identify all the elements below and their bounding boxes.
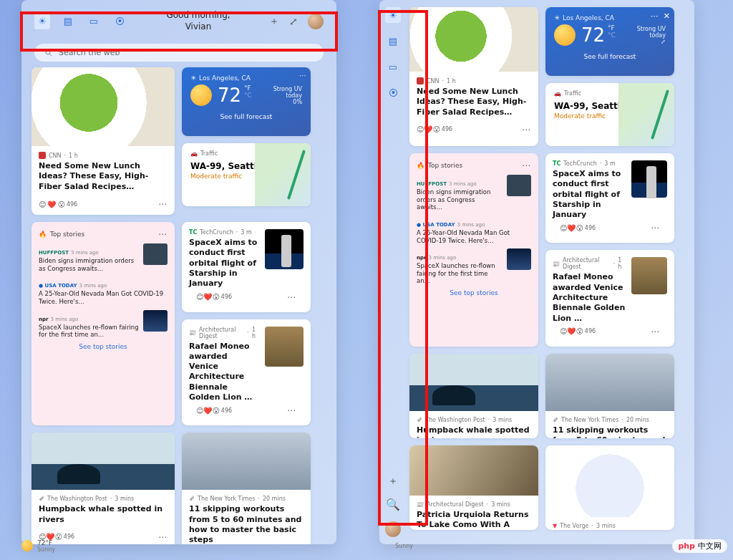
top-stories-widget[interactable]: 🔥 Top stories⋯ HUFFPOST3 mins agoBiden s… [31,222,175,425]
tab-weather-icon[interactable]: ☀ [385,7,401,23]
news-thumb [631,160,667,198]
news-source: TC TechCrunch · 3 m [553,160,626,167]
tab-video-icon[interactable]: ▭ [86,14,102,29]
reactions[interactable]: 😊❤️😮496 [196,293,232,301]
weather-more-icon[interactable]: ⋯ [299,72,306,79]
add-widget-button[interactable]: ＋ [269,15,279,28]
right-stack: ☀ Los Angeles, CA ⋯ 72 °F°C Strong UV to… [182,67,311,215]
expand-icon[interactable]: ⤢ [289,16,298,27]
reactions[interactable]: 😊❤️😮496 [560,327,596,335]
reactions[interactable]: 😊❤️😮496 [417,125,452,133]
card-more-icon[interactable]: ⋯ [522,160,531,170]
widgets-board-expanded: ☀ ▤ ▭ ⦿ Good morning, Vivian ＋ ⤢ Search … [21,0,336,544]
tab-todo-icon[interactable]: ▤ [60,14,76,29]
news-image [409,7,538,72]
weather-forecast-link[interactable]: See full forecast [190,113,302,120]
tab-map-icon[interactable]: ⦿ [385,85,401,100]
weather-widget[interactable]: ☀ Los Angeles, CA ⋯ ✕ 72 °F°C Strong UV … [545,7,674,76]
search-icon[interactable]: 🔍 [386,498,400,511]
news-title: 11 skipping workouts from 5 to 60 minute… [189,504,304,544]
news-card-moneo[interactable]: 📰 Architectural Digest · 1 h Rafael Mone… [182,319,311,426]
news-image [182,433,311,490]
news-card-workout[interactable]: 🗞 The New York Times · 20 mins 11 skippi… [545,354,674,438]
card-more-icon[interactable]: ⋯ [651,223,660,233]
news-card-spacex[interactable]: TC TechCrunch · 3 m SpaceX aims to condu… [182,222,311,312]
news-thumb [631,257,667,294]
news-thumb [265,229,304,269]
top-story-item[interactable]: ● USA TODAY3 mins agoA 25-Year-Old Nevad… [417,216,531,244]
card-more-icon[interactable]: ⋯ [287,405,296,415]
news-card-urquiola[interactable]: 📰 Architectural Digest · 3 mins Patricia… [409,445,538,530]
top-story-item[interactable]: npr3 mins agoSpaceX launches re-flown fa… [417,248,531,285]
weather-widget[interactable]: ☀ Los Angeles, CA ⋯ 72 °F°C Strong UV to… [182,67,311,136]
news-source: 🗞 The Washington Post · 3 mins [417,417,531,423]
top-story-item[interactable]: ● USA TODAY3 mins agoA 25-Year-Old Nevad… [39,276,168,305]
tab-todo-icon[interactable]: ▤ [385,33,401,49]
news-card-spacex[interactable]: TC TechCrunch · 3 m SpaceX aims to condu… [545,153,674,243]
traffic-widget[interactable]: 🚗 Traffic WA-99, Seattle Moderate traffi… [182,143,311,206]
see-top-stories-link[interactable]: See top stories [39,343,168,350]
news-card-whale[interactable]: 🗞 The Washington Post · 3 mins Humpback … [409,354,538,438]
news-card-lunch[interactable]: CNN · 1 h Need Some New Lunch Ideas? The… [31,67,175,215]
sun-icon [554,24,576,46]
header-tab-icons: ☀ ▤ ▭ ⦿ [34,14,127,29]
news-title: Humpback whale spotted in rivers [39,504,168,525]
card-more-icon[interactable]: ⋯ [158,199,168,209]
news-source: ▼ The Verge · 3 mins [553,523,667,529]
see-top-stories-link[interactable]: See top stories [417,289,531,296]
top-story-item[interactable]: npr3 mins agoSpaceX launches re-flown fa… [39,310,168,339]
reactions[interactable]: 😊❤️😮496 [39,201,77,208]
news-title: SpaceX aims to conduct first orbital fli… [553,169,626,220]
reactions[interactable]: 😊❤️😮496 [196,407,232,415]
top-story-item[interactable]: HUFFPOST3 mins agoBiden signs immigratio… [417,175,531,211]
weather-location: ☀ Los Angeles, CA [554,14,666,21]
widgets-feed: CNN · 1 h Need Some New Lunch Ideas? The… [407,0,694,544]
news-card-whale[interactable]: 🗞 The Washington Post · 3 mins Humpback … [31,433,175,544]
news-card-win11[interactable]: ▼ The Verge · 3 mins Microsoft will rele… [545,445,674,530]
reactions[interactable]: 😊❤️😮496 [560,224,596,232]
news-title: 11 skipping workouts from 5 to 60 minute… [553,425,667,438]
widgets-feed: CNN · 1 h Need Some New Lunch Ideas? The… [21,67,336,544]
card-more-icon[interactable]: ⋯ [287,292,296,302]
card-more-icon[interactable]: ⋯ [651,327,660,337]
weather-uv: Strong UV today⤢ [621,26,666,45]
search-input[interactable]: Search the web [34,44,324,62]
greeting: Good morning, Vivian [166,10,230,32]
user-avatar[interactable] [385,521,401,537]
tab-video-icon[interactable]: ▭ [385,59,401,74]
widgets-header: ☀ ▤ ▭ ⦿ Good morning, Vivian ＋ ⤢ [21,0,336,38]
weather-forecast-link[interactable]: See full forecast [554,53,666,60]
close-icon[interactable]: ⋯ ✕ [651,11,670,21]
taskbar-weather[interactable]: Sunny [379,536,413,556]
greeting-line-1: Good morning, [166,10,230,21]
taskbar-weather[interactable]: 72°FSunny [21,536,55,556]
story-thumb [143,310,168,332]
add-widget-button[interactable]: ＋ [388,475,398,488]
story-thumb [143,243,168,265]
svg-point-0 [46,50,50,54]
top-story-item[interactable]: HUFFPOST3 mins agoBiden signs immigratio… [39,243,168,272]
news-source: 🗞 The New York Times · 20 mins [553,417,667,423]
search-icon [44,49,53,57]
top-stories-widget[interactable]: 🔥 Top stories⋯ HUFFPOST3 mins agoBiden s… [409,153,538,347]
watermark: php中文网 [672,539,727,553]
tab-weather-icon[interactable]: ☀ [34,14,50,29]
news-card-moneo[interactable]: 📰 Architectural Digest · 1 h Rafael Mone… [545,250,674,346]
news-card-lunch[interactable]: CNN · 1 h Need Some New Lunch Ideas? The… [409,7,538,146]
weather-temp: 72 [581,24,605,46]
top-stories-header: 🔥 Top stories⋯ [417,160,531,170]
news-image [409,354,538,411]
card-more-icon[interactable]: ⋯ [158,532,168,542]
news-title: Need Some New Lunch Ideas? These Easy, H… [39,161,168,192]
news-source: CNN · 1 h [417,77,531,85]
news-card-workout[interactable]: 🗞 The New York Times · 20 mins 11 skippi… [182,433,311,544]
taskbar-temp: 72°F [37,539,55,546]
card-more-icon[interactable]: ⋯ [522,125,531,135]
news-image [409,445,538,496]
user-avatar[interactable] [308,14,324,29]
traffic-widget[interactable]: 🚗 Traffic WA-99, Seattle Moderate traffi… [545,83,674,146]
tab-map-icon[interactable]: ⦿ [112,14,127,29]
card-more-icon[interactable]: ⋯ [158,229,168,239]
news-image [31,433,175,490]
weather-unit: °F°C [244,85,252,99]
